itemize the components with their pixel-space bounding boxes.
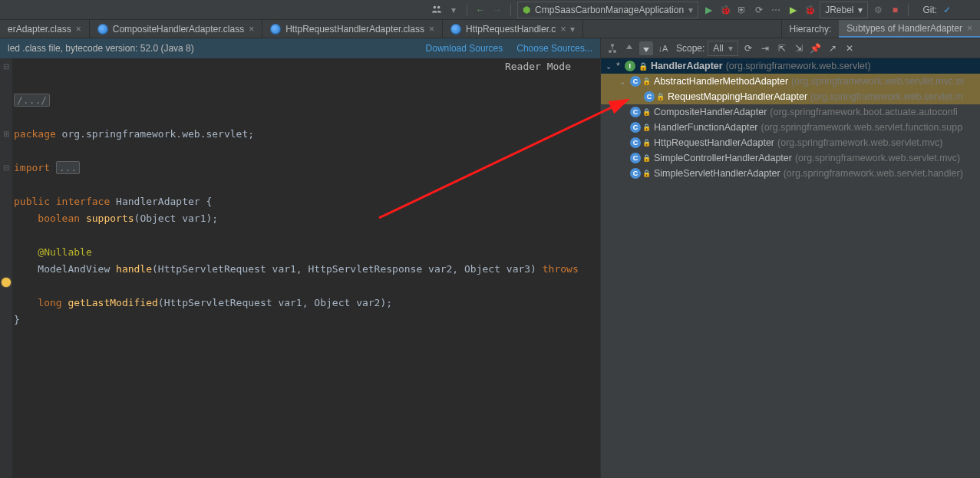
hierarchy-pane: ↓A Scope: All ▾ ⟳ ⇥ ⇱ ⇲ 📌 ↗ ✕ ⌄ * I 🔒 Ha… <box>601 38 980 478</box>
class-icon: C <box>630 122 641 133</box>
code-text: (HttpServletRequest var1, Object var2); <box>158 297 392 308</box>
run-config-dropdown[interactable]: ⬢ CmpSaasCarbonManageApplication ▾ <box>517 2 698 18</box>
node-name: RequestMappingHandlerAdapter <box>668 91 807 102</box>
users-icon[interactable] <box>430 3 444 17</box>
jrebel-debug-icon[interactable]: 🐞 <box>803 3 817 17</box>
jrebel-run-icon[interactable]: ▶ <box>786 3 800 17</box>
run-more-icon[interactable]: ⋯ <box>769 3 783 17</box>
export-icon[interactable]: ↗ <box>826 41 840 55</box>
supertypes-icon[interactable] <box>622 41 636 55</box>
node-name: HttpRequestHandlerAdapter <box>654 137 774 148</box>
toolbar-separator <box>908 4 909 16</box>
sort-alpha-icon[interactable]: ↓A <box>656 41 670 55</box>
node-package: (org.springframework.web.servlet.handler… <box>784 168 963 179</box>
keyword: public <box>14 196 50 207</box>
stop-icon[interactable]: ■ <box>888 3 902 17</box>
hierarchy-prefix: Hierarchy: <box>782 20 840 38</box>
lock-icon: 🔒 <box>642 139 651 147</box>
java-class-icon <box>450 24 461 35</box>
fold-toggle[interactable]: ⊞ <box>3 126 9 143</box>
gutter: ⊟ ⊞ ⊟ <box>0 58 12 478</box>
debug-icon[interactable]: 🐞 <box>718 3 732 17</box>
editor-tab[interactable]: HttpRequestHandlerAdapter.class × <box>262 20 443 38</box>
tree-row[interactable]: C 🔒 RequestMappingHandlerAdapter (org.sp… <box>601 89 980 104</box>
toolbar-separator <box>467 4 467 16</box>
back-icon[interactable]: ← <box>474 3 487 17</box>
code-editor[interactable]: Reader Mode /.../ package org.springfram… <box>12 58 600 478</box>
build-icon[interactable]: ⚙ <box>871 3 885 17</box>
scope-label: Scope: <box>676 43 704 54</box>
class-icon: C <box>630 107 641 117</box>
tab-label: CompositeHandlerAdapter.class <box>113 24 244 35</box>
hierarchy-toolbar: ↓A Scope: All ▾ ⟳ ⇥ ⇱ ⇲ 📌 ↗ ✕ <box>601 38 980 58</box>
code-fold[interactable]: ... <box>56 161 80 174</box>
subtypes-icon[interactable] <box>639 41 653 55</box>
node-name: SimpleControllerHandlerAdapter <box>654 153 792 163</box>
node-package: (org.springframework.web.servlet.m <box>810 91 963 102</box>
code-text: org.springframework.web.servlet; <box>56 128 254 140</box>
fold-toggle[interactable]: ⊟ <box>3 58 9 75</box>
lock-icon: 🔒 <box>642 154 651 162</box>
expander-icon[interactable]: ⌄ <box>618 77 627 86</box>
lock-icon: 🔒 <box>642 108 651 116</box>
overflow-icon[interactable]: ▾ <box>570 24 575 35</box>
pin-icon[interactable]: 📌 <box>809 41 823 55</box>
lock-icon: 🔒 <box>638 62 648 71</box>
collapse-all-icon[interactable]: ⇲ <box>792 41 806 55</box>
tree-row[interactable]: C 🔒 CompositeHandlerAdapter (org.springf… <box>601 104 980 120</box>
forward-icon[interactable]: → <box>490 3 504 17</box>
main-toolbar: ▾ ← → ⬢ CmpSaasCarbonManageApplication ▾… <box>0 0 980 20</box>
java-class-icon <box>270 24 281 35</box>
close-icon[interactable]: × <box>560 24 566 35</box>
run-icon[interactable]: ▶ <box>701 3 715 17</box>
node-name: HandlerAdapter <box>651 61 723 71</box>
hierarchy-tabs: Hierarchy: Subtypes of HandlerAdapter × <box>781 20 980 38</box>
editor-tab[interactable]: erAdapter.class × <box>0 20 90 38</box>
intention-bulb-icon[interactable] <box>2 278 11 287</box>
editor-tab[interactable]: HttpRequestHandler.c × ▾ <box>443 20 583 38</box>
reader-mode-toggle[interactable]: Reader Mode <box>505 58 571 75</box>
tree-row[interactable]: C 🔒 HandlerFunctionAdapter (org.springfr… <box>601 120 980 135</box>
node-package: (org.springframework.web.servlet.functio… <box>761 122 963 133</box>
choose-sources-link[interactable]: Choose Sources... <box>516 43 592 54</box>
git-update-icon[interactable]: ✓ <box>940 3 954 17</box>
node-package: (org.springframework.web.servlet.mvc) <box>777 137 942 148</box>
node-name: SimpleServletHandlerAdapter <box>654 168 780 179</box>
expander-icon[interactable]: ⌄ <box>604 62 613 71</box>
tab-label: erAdapter.class <box>8 24 71 35</box>
chevron-down-icon[interactable]: ▾ <box>447 3 460 17</box>
download-sources-link[interactable]: Download Sources <box>426 43 503 54</box>
dropdown-icon: ▾ <box>728 43 733 54</box>
close-icon[interactable]: × <box>76 24 81 35</box>
method-name: handle <box>116 263 152 275</box>
git-label: Git: <box>922 5 937 15</box>
dropdown-icon: ▾ <box>858 5 863 15</box>
refresh-icon[interactable]: ⟳ <box>741 41 755 55</box>
jrebel-dropdown[interactable]: JRebel ▾ <box>820 2 868 18</box>
node-package: (org.springframework.web.servlet.mvc) <box>795 153 960 163</box>
coverage-icon[interactable]: ⛨ <box>735 3 749 17</box>
tree-row[interactable]: ⌄ C 🔒 AbstractHandlerMethodAdapter (org.… <box>601 74 980 89</box>
method-name: supports <box>86 213 134 224</box>
class-name: HandlerAdapter <box>110 196 206 207</box>
tree-row[interactable]: ⌄ * I 🔒 HandlerAdapter (org.springframew… <box>601 58 980 74</box>
autoscroll-icon[interactable]: ⇥ <box>758 41 772 55</box>
tree-row[interactable]: C 🔒 SimpleControllerHandlerAdapter (org.… <box>601 150 980 166</box>
scope-dropdown[interactable]: All ▾ <box>708 41 737 56</box>
close-icon[interactable]: × <box>249 24 254 35</box>
tree-row[interactable]: C 🔒 SimpleServletHandlerAdapter (org.spr… <box>601 166 980 181</box>
close-icon[interactable]: × <box>967 23 972 34</box>
fold-toggle[interactable]: ⊟ <box>3 160 9 176</box>
class-hierarchy-icon[interactable] <box>605 41 619 55</box>
close-icon[interactable]: ✕ <box>843 41 856 55</box>
svg-point-3 <box>613 50 616 53</box>
tab-label: HttpRequestHandlerAdapter.class <box>285 24 424 35</box>
code-fold[interactable]: /.../ <box>14 94 50 107</box>
asterisk-icon: * <box>616 61 620 71</box>
hierarchy-tab[interactable]: Subtypes of HandlerAdapter × <box>839 20 980 38</box>
profile-icon[interactable]: ⟳ <box>752 3 766 17</box>
expand-all-icon[interactable]: ⇱ <box>775 41 789 55</box>
tree-row[interactable]: C 🔒 HttpRequestHandlerAdapter (org.sprin… <box>601 135 980 150</box>
close-icon[interactable]: × <box>429 24 434 35</box>
editor-tab[interactable]: CompositeHandlerAdapter.class × <box>90 20 262 38</box>
